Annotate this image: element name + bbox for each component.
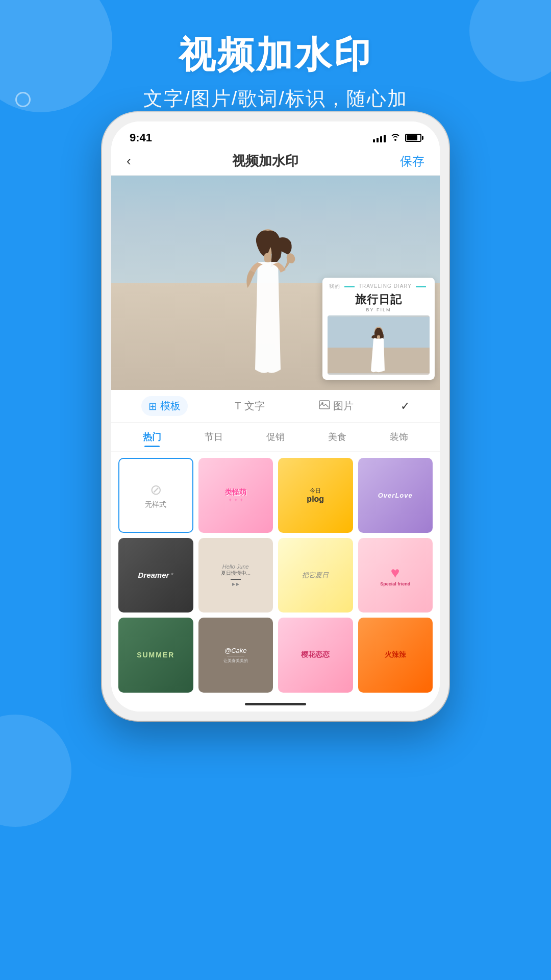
tab-template[interactable]: ⊞ 模板 bbox=[141, 396, 188, 416]
header-section: 视频加水印 文字/图片/歌词/标识，随心加 bbox=[0, 0, 551, 112]
template-cute-text: 类怪萌 bbox=[225, 488, 246, 497]
template-grid: ⊘ 无样式 类怪萌 ✦ ✦ ✦ 今日 plog bbox=[111, 452, 440, 699]
template-cute[interactable]: 类怪萌 ✦ ✦ ✦ bbox=[198, 458, 273, 533]
watermark-main-title: 旅行日記 bbox=[355, 292, 402, 307]
wifi-icon bbox=[390, 133, 401, 143]
battery-icon bbox=[405, 134, 421, 142]
template-cake-text1: @Cake bbox=[223, 647, 248, 654]
svg-rect-1 bbox=[264, 253, 271, 262]
text-icon: T bbox=[235, 400, 241, 412]
no-style-label: 无样式 bbox=[145, 500, 166, 509]
template-hello-june[interactable]: Hello June 夏日慢慢中... ▶ ▶ bbox=[198, 538, 273, 613]
template-summer-text: SUMMER bbox=[137, 651, 174, 659]
tab-text[interactable]: T 文字 bbox=[228, 396, 271, 416]
bg-circle-bottomleft bbox=[0, 715, 71, 827]
phone-screen: 9:41 bbox=[111, 121, 440, 712]
page-subtitle: 文字/图片/歌词/标识，随心加 bbox=[0, 86, 551, 112]
app-title: 视频加水印 bbox=[232, 152, 298, 170]
template-flowers[interactable]: 樱花恋恋 bbox=[278, 618, 353, 693]
template-plog[interactable]: 今日 plog bbox=[278, 458, 353, 533]
heart-icon: ♥ bbox=[380, 564, 410, 581]
svg-rect-6 bbox=[377, 335, 380, 339]
watermark-diary-title: 我的 TRAVELING DIARY bbox=[329, 283, 428, 290]
template-love[interactable]: OverLove bbox=[358, 458, 433, 533]
category-holiday[interactable]: 节日 bbox=[183, 428, 245, 446]
template-special-friend[interactable]: ♥ Special friend bbox=[358, 538, 433, 613]
home-bar bbox=[245, 703, 306, 705]
template-plog-top: 今日 bbox=[310, 487, 321, 495]
page-main-title: 视频加水印 bbox=[0, 31, 551, 80]
template-plog-text: plog bbox=[307, 495, 324, 504]
app-header: ‹ 视频加水印 保存 bbox=[111, 147, 440, 176]
template-icon: ⊞ bbox=[148, 400, 157, 412]
template-spicy[interactable]: 火辣辣 bbox=[358, 618, 433, 693]
status-time: 9:41 bbox=[130, 131, 152, 144]
template-cake-text2: 让美食美美的 bbox=[223, 658, 248, 664]
template-love-text: OverLove bbox=[378, 492, 413, 499]
tool-tabs: ⊞ 模板 T 文字 图片 ✓ bbox=[111, 390, 440, 423]
image-icon bbox=[319, 399, 330, 413]
watermark-mini-photo bbox=[328, 315, 430, 375]
category-decor[interactable]: 装饰 bbox=[368, 428, 430, 446]
template-spicy-text: 火辣辣 bbox=[385, 650, 406, 659]
back-button[interactable]: ‹ bbox=[127, 153, 131, 169]
phone-frame: 9:41 bbox=[102, 112, 449, 721]
category-promo[interactable]: 促销 bbox=[245, 428, 307, 446]
save-button[interactable]: 保存 bbox=[400, 153, 424, 169]
no-style-icon: ⊘ bbox=[150, 481, 162, 498]
template-special-text: Special friend bbox=[380, 581, 410, 586]
status-icons bbox=[373, 133, 421, 143]
template-summer-day[interactable]: 把它夏日 bbox=[278, 538, 353, 613]
signal-icon bbox=[373, 133, 386, 142]
watermark-subtitle: BY FILM bbox=[366, 307, 391, 312]
template-no-style[interactable]: ⊘ 无样式 bbox=[118, 458, 193, 533]
template-summer-day-text: 把它夏日 bbox=[302, 571, 329, 580]
tab-image-label: 图片 bbox=[333, 399, 354, 413]
home-indicator bbox=[111, 699, 440, 712]
phone-mockup: 9:41 bbox=[102, 112, 449, 721]
template-hello-june-text1: Hello June bbox=[221, 564, 251, 570]
tab-confirm[interactable]: ✓ bbox=[400, 400, 410, 413]
tab-text-label: 文字 bbox=[244, 399, 265, 413]
template-flowers-text: 樱花恋恋 bbox=[301, 650, 330, 659]
template-cake[interactable]: @Cake 让美食美美的 bbox=[198, 618, 273, 693]
template-dreamer-text: Dreamer bbox=[138, 571, 169, 579]
template-hello-june-text2: 夏日慢慢中... bbox=[221, 570, 251, 577]
tab-template-label: 模板 bbox=[160, 399, 181, 413]
category-hot[interactable]: 热门 bbox=[121, 428, 183, 446]
tab-image[interactable]: 图片 bbox=[312, 396, 361, 416]
category-filter: 热门 节日 促销 美食 装饰 bbox=[111, 423, 440, 452]
phone-notch bbox=[235, 121, 316, 139]
category-food[interactable]: 美食 bbox=[306, 428, 368, 446]
video-preview: 我的 TRAVELING DIARY 旅行日記 BY FILM bbox=[111, 176, 440, 390]
person-figure bbox=[230, 227, 306, 390]
watermark-overlay: 我的 TRAVELING DIARY 旅行日記 BY FILM bbox=[322, 278, 435, 380]
template-summer-green[interactable]: SUMMER bbox=[118, 618, 193, 693]
template-dreamer[interactable]: Dreamer * bbox=[118, 538, 193, 613]
